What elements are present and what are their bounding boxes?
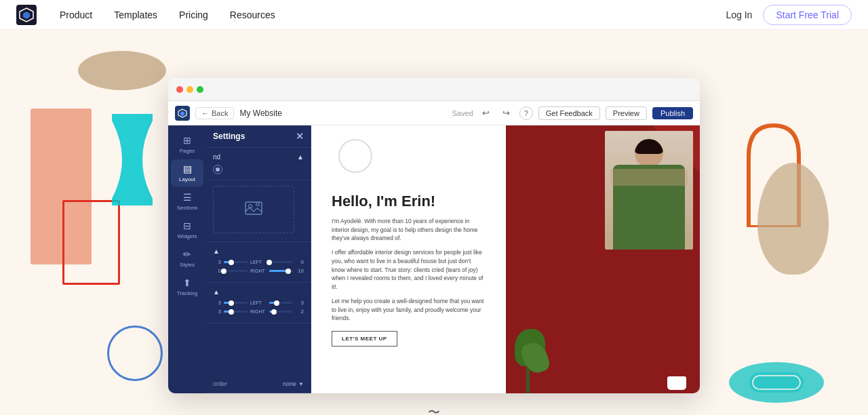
- cta-button[interactable]: LET'S MEET UP: [332, 331, 397, 347]
- slider-row-1: 3 LEFT 0: [213, 259, 304, 265]
- order-dropdown[interactable]: none ▼: [283, 380, 304, 387]
- editor-layout: ⊞ Pages ▤ Layout ☰ Sections ⊟ Widgets ✏ …: [168, 125, 700, 393]
- slider-1-right-track[interactable]: [269, 261, 293, 263]
- slider-2-direction: RIGHT: [250, 269, 267, 273]
- teal-hourglass-decor: [105, 114, 159, 205]
- slider-2-track[interactable]: [224, 270, 248, 272]
- profile-circle: [338, 139, 372, 173]
- slider-row-4: 3 RIGHT 2: [213, 309, 304, 315]
- browser-titlebar: [168, 78, 700, 101]
- section-nd-header[interactable]: nd ▲: [213, 153, 304, 161]
- slider-3-right-val: 3: [296, 300, 304, 306]
- login-button[interactable]: Log In: [726, 9, 752, 20]
- sidebar-item-tracking[interactable]: ⬆ Tracking: [171, 273, 203, 300]
- redo-button[interactable]: ↪: [499, 106, 514, 121]
- arms-shape: [610, 169, 688, 186]
- sidebar-item-widgets[interactable]: ⊟ Widgets: [171, 216, 203, 243]
- styles-label: Styles: [180, 262, 195, 268]
- styles-icon: ✏: [183, 249, 191, 260]
- svg-rect-4: [749, 372, 804, 393]
- sidebar-item-layout[interactable]: ▤ Layout: [171, 159, 203, 186]
- nav-templates[interactable]: Templates: [104, 5, 167, 24]
- slider-3-right-track[interactable]: [269, 302, 293, 304]
- orange-arch-decor: [745, 122, 803, 227]
- settings-sliders-bottom: ▲ 3 LEFT 3: [206, 283, 311, 323]
- order-label: order: [213, 380, 227, 387]
- slider-4-left-val: 3: [213, 309, 221, 315]
- head-shape: [635, 139, 663, 167]
- sliders-bottom-chevron: ▲: [213, 288, 220, 296]
- canvas-content: Hello, I'm Erin! I'm Ayodelé. With more …: [311, 125, 700, 393]
- sidebar-item-styles[interactable]: ✏ Styles: [171, 245, 203, 272]
- slider-row-3: 3 LEFT 3: [213, 300, 304, 306]
- help-button[interactable]: ?: [519, 106, 533, 120]
- app-logo[interactable]: [175, 106, 190, 121]
- settings-sliders-top: ▲ 3 LEFT 0: [206, 242, 311, 283]
- about-bio-1: I'm Ayodelé. With more than 10 years of …: [332, 217, 486, 243]
- tracking-icon: ⬆: [183, 277, 191, 288]
- sidebar-item-pages[interactable]: ⊞ Pages: [171, 131, 203, 158]
- publish-button[interactable]: Publish: [652, 107, 693, 119]
- sidebar-item-sections[interactable]: ☰ Sections: [171, 188, 203, 215]
- brown-blob-decor: [757, 163, 829, 275]
- order-value: none: [283, 380, 296, 387]
- settings-close-button[interactable]: ✕: [296, 131, 304, 142]
- logo[interactable]: [16, 5, 37, 25]
- start-trial-button[interactable]: Start Free Trial: [763, 5, 852, 25]
- slider-2-right-track[interactable]: [269, 270, 293, 272]
- browser-mockup: ← Back My Website Saved ↩ ↪ ? Get Feedba…: [168, 78, 700, 393]
- preview-button[interactable]: Preview: [606, 106, 647, 120]
- about-bio-3: Let me help you create a well-designed h…: [332, 297, 486, 323]
- slider-4-direction: RIGHT: [250, 309, 267, 314]
- order-chevron-icon: ▼: [298, 381, 304, 387]
- nav-pricing[interactable]: Pricing: [170, 5, 218, 24]
- settings-order-section: order none ▼: [206, 375, 311, 393]
- settings-section-nd: nd ▲: [206, 148, 311, 180]
- undo-button[interactable]: ↩: [479, 106, 494, 121]
- nav-resources[interactable]: Resources: [220, 5, 285, 24]
- slider-3-direction: LEFT: [250, 300, 267, 305]
- settings-title: Settings: [213, 132, 245, 141]
- add-image-button[interactable]: [213, 186, 294, 233]
- orange-rect-decor: [31, 108, 92, 264]
- slider-2-right-val: 10: [296, 268, 304, 274]
- slider-4-track[interactable]: [224, 311, 248, 313]
- settings-panel: Settings ✕ nd ▲: [206, 125, 311, 393]
- feedback-button[interactable]: Get Feedback: [538, 106, 600, 120]
- sliders-bottom-header[interactable]: ▲: [213, 288, 304, 296]
- plant-decor: [511, 332, 549, 393]
- slider-3-track[interactable]: [224, 302, 248, 304]
- brown-oval-decor: [78, 51, 166, 90]
- red-frame-decor: [62, 200, 120, 285]
- svg-point-9: [249, 205, 252, 208]
- widgets-icon: ⊟: [183, 220, 191, 231]
- slider-4-right-track[interactable]: [269, 311, 293, 313]
- sliders-top-header[interactable]: ▲: [213, 248, 304, 255]
- back-arrow-icon: ←: [201, 109, 209, 117]
- slider-1-direction: LEFT: [250, 260, 267, 264]
- settings-header: Settings ✕: [206, 125, 311, 148]
- circle-outline-decor: [107, 325, 163, 381]
- dot-green: [197, 86, 203, 93]
- slider-1-track[interactable]: [224, 261, 248, 263]
- pages-label: Pages: [180, 148, 195, 154]
- canvas-right-section: [506, 125, 701, 393]
- widgets-label: Widgets: [178, 233, 197, 239]
- nav-right: Log In Start Free Trial: [726, 5, 852, 25]
- nav-product[interactable]: Product: [50, 5, 102, 24]
- back-button[interactable]: ← Back: [195, 107, 234, 119]
- slider-1-left-val: 3: [213, 259, 221, 265]
- back-label: Back: [212, 109, 228, 117]
- tracking-label: Tracking: [177, 290, 197, 296]
- sections-icon: ☰: [183, 192, 192, 203]
- pages-icon: ⊞: [183, 135, 191, 146]
- svg-point-3: [729, 362, 824, 403]
- person-photo-frame: [605, 131, 693, 250]
- svg-marker-7: [180, 111, 184, 116]
- canvas-left-section: Hello, I'm Erin! I'm Ayodelé. With more …: [311, 125, 506, 393]
- slider-3-left-val: 3: [213, 300, 221, 306]
- nd-circle-icon: [213, 165, 222, 174]
- slider-1-right-val: 0: [296, 259, 304, 265]
- about-bio-2: I offer affordable interior design servi…: [332, 248, 486, 292]
- svg-rect-5: [753, 376, 800, 389]
